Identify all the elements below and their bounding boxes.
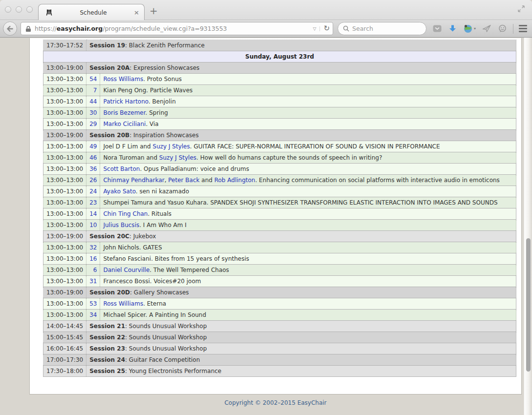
submission-number-link[interactable]: 26 [89,177,97,184]
submission-number-link[interactable]: 14 [89,210,97,217]
window-controls [5,6,33,13]
pocket-icon[interactable] [432,24,442,33]
send-icon[interactable] [482,24,491,33]
time-cell: 13:00–13:00 [43,242,86,253]
submission-number-link[interactable]: 16 [89,255,97,262]
talk-row: 13:00–13:007Kian Peng Ong. Particle Wave… [43,85,516,96]
author-link[interactable]: Scott Barton [103,166,140,172]
talk-text: . Proto Sonus [143,76,182,83]
addon-dropdown-caret[interactable]: ▾ [474,26,476,31]
session-label: Session 20A [89,64,129,71]
session-row: 13:00–19:00Session 20B: Inspiration Show… [43,130,516,141]
talk-row: 13:00–13:0053Ross Williams. Eterna [43,298,516,310]
close-window-button[interactable] [5,6,11,13]
session-title-cell: Session 19: Black Zenith Performance [86,40,516,51]
session-label: Session 25 [89,368,125,374]
submission-number-link[interactable]: 36 [89,166,97,172]
talk-row: 13:00–13:0014Chin Ting Chan. Rituals [43,208,516,220]
reload-icon[interactable]: ↻ [320,25,330,32]
content-panel: 17:30–17:52Session 19: Black Zenith Perf… [29,38,522,394]
globe-addon-icon[interactable]: ▾ [463,24,476,33]
author-link[interactable]: Suzy J Styles [159,154,196,161]
navigation-toolbar: https://easychair.org/program/schedule_v… [0,20,532,38]
session-label: Session 19 [89,42,125,49]
submission-number-link[interactable]: 32 [89,244,97,251]
talk-text: Nora Turoman and [103,154,159,161]
submission-number-link[interactable]: 10 [89,222,97,228]
submission-number-link[interactable]: 23 [89,199,97,206]
submission-number-link[interactable]: 29 [89,121,97,127]
talk-title-cell: Patrick Hartono. Benjolin [100,96,516,107]
talk-text: . Eterna [143,300,166,307]
author-link[interactable]: Chin Ting Chan [103,210,148,217]
url-text: https://easychair.org/program/schedule_v… [35,25,310,32]
time-cell: 17:00–17:30 [43,354,86,366]
talk-text: . Opus Palladianum: voice and drums [140,166,249,172]
talk-text: Stefano Fasciani. Bites from 15 years of… [103,255,249,262]
talk-text: . How well do humans capture the sounds … [196,154,382,161]
author-link[interactable]: Patrick Hartono [103,98,148,105]
time-cell: 13:00–13:00 [43,107,86,119]
chat-smiley-icon[interactable] [498,24,507,33]
submission-number-cell: 34 [86,310,100,321]
session-row: 13:00–19:00Session 20A: Expression Showc… [43,62,516,74]
submission-number-cell: 6 [86,265,100,276]
session-title-cell: Session 20A: Expression Showcases [86,62,516,74]
submission-number-link[interactable]: 34 [89,311,97,318]
author-link[interactable]: Julius Bucsis [103,222,139,228]
author-link[interactable]: Boris Bezemer [103,109,145,116]
new-tab-button[interactable]: + [149,6,158,16]
submission-number-link[interactable]: 24 [89,188,97,195]
author-link[interactable]: Daniel Courville [103,267,149,273]
submission-number-link[interactable]: 31 [89,278,97,285]
author-link[interactable]: Ross Williams [103,300,143,307]
author-link[interactable]: Ross Williams [103,76,143,83]
talk-text: . GUITAR FACE: SUPER-NORMAL INTEGRATION … [190,143,440,150]
download-icon[interactable] [448,24,457,33]
schedule-table: 17:30–17:52Session 19: Black Zenith Perf… [43,40,516,377]
submission-number-link[interactable]: 44 [89,98,97,105]
submission-number-link[interactable]: 49 [89,143,97,150]
submission-number-cell: 49 [86,141,100,152]
author-link[interactable]: Suzy J Styles [153,143,190,150]
author-link[interactable]: Peter Back [168,177,199,184]
page-background: 17:30–17:52Session 19: Black Zenith Perf… [0,38,532,415]
time-cell: 13:00–13:00 [43,276,86,287]
submission-number-link[interactable]: 46 [89,154,97,161]
submission-number-link[interactable]: 7 [93,87,97,94]
url-history-dropdown-icon[interactable]: ▽ [310,26,320,31]
minimize-window-button[interactable] [16,6,22,13]
talk-text: . Rituals [148,210,171,217]
session-title-cell: Session 22: Sounds Unusual Workshop [86,332,516,343]
talk-text: . sen ni kazamado [136,188,189,195]
search-input[interactable]: Search [338,22,426,35]
tab-close-icon[interactable]: × [134,9,139,16]
fullscreen-icon[interactable] [517,5,525,13]
session-label: Session 21 [89,323,125,330]
author-link[interactable]: Chinmay Pendharkar [103,177,164,184]
zoom-window-button[interactable] [26,6,33,13]
back-button[interactable] [3,21,17,36]
tab-schedule[interactable]: Schedule × [38,4,145,21]
talk-text: . Spring [146,109,168,116]
submission-number-cell: 29 [86,119,100,130]
submission-number-link[interactable]: 30 [89,109,97,116]
submission-number-link[interactable]: 53 [89,300,97,307]
talk-row: 13:00–13:0016Stefano Fasciani. Bites fro… [43,253,516,265]
menu-icon[interactable] [519,25,527,32]
author-link[interactable]: Ayako Sato [103,188,135,195]
talk-title-cell: Kian Peng Ong. Particle Waves [100,85,516,96]
day-header-cell: Sunday, August 23rd [43,51,516,62]
tab-bar: Schedule × + [0,0,532,20]
submission-number-link[interactable]: 6 [93,267,97,273]
scrollbar-thumb[interactable] [526,238,531,372]
submission-number-link[interactable]: 54 [89,76,97,83]
toolbar-separator [513,24,513,34]
author-link[interactable]: Marko Ciciliani [103,121,146,127]
author-link[interactable]: Rob Adlington [214,177,255,184]
submission-number-cell: 7 [86,85,100,96]
talk-row: 13:00–13:0034Michael Spicer. A Painting … [43,310,516,321]
talk-row: 13:00–13:0026Chinmay Pendharkar, Peter B… [43,175,516,186]
time-cell: 13:00–13:00 [43,265,86,276]
url-bar[interactable]: https://easychair.org/program/schedule_v… [21,22,333,35]
